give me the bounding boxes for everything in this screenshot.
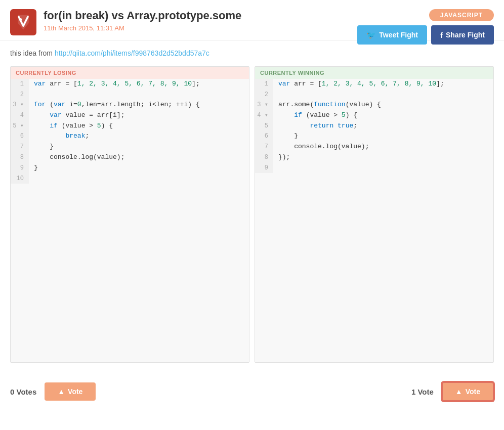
idea-link[interactable]: http://qiita.com/phi/items/f998763d2d52b… (55, 49, 209, 57)
twitter-icon: 🐦 (366, 30, 376, 39)
facebook-icon: f (440, 31, 443, 39)
vote-right: 1 Vote ▲ Vote (252, 382, 494, 401)
tweet-label: Tweet Fight (379, 31, 418, 39)
code-line: 8 }); (255, 152, 493, 163)
code-line: 7 console.log(value); (255, 142, 493, 152)
tweet-button[interactable]: 🐦 Tweet Fight (357, 25, 427, 45)
code-line: 1 var arr = [1, 2, 3, 4, 5, 6, 7, 8, 9, … (11, 79, 249, 90)
panel-losing-header: CURRENTLY LOSING (11, 67, 249, 79)
header-right: JAVASCRIPT 🐦 Tweet Fight f Share Fight (357, 9, 494, 45)
fight-date: 11th March 2015, 11:31 AM (44, 24, 241, 32)
title-block: for(in break) vs Array.prototype.some 11… (44, 9, 241, 32)
code-line: 1 var arr = [1, 2, 3, 4, 5, 6, 7, 8, 9, … (255, 79, 493, 90)
action-buttons: 🐦 Tweet Fight f Share Fight (357, 25, 494, 45)
share-label: Share Fight (446, 31, 485, 39)
panel-losing: CURRENTLY LOSING 1 var arr = [1, 2, 3, 4… (10, 66, 249, 363)
vote-button-right[interactable]: ▲ Vote (442, 382, 494, 401)
code-line: 5 return true; (255, 121, 493, 132)
vote-left: 0 Votes ▲ Vote (10, 382, 252, 401)
code-line: 2 (11, 90, 249, 100)
code-line: 3 ▾ for (var i=0,len=arr.length; i<len; … (11, 100, 249, 110)
code-line: 7 } (11, 142, 249, 152)
vote-button-left[interactable]: ▲ Vote (45, 382, 96, 401)
idea-prefix: this idea from (10, 49, 55, 57)
code-line: 9 (255, 163, 493, 173)
fight-title: for(in break) vs Array.prototype.some (44, 9, 241, 22)
code-line: 5 ▾ if (value > 5) { (11, 121, 249, 132)
panel-winning: CURRENTLY WINNING 1 var arr = [1, 2, 3, … (255, 66, 494, 363)
vote-label-right: Vote (466, 388, 480, 396)
logo (10, 9, 36, 35)
code-line: 4 ▾ if (value > 5) { (255, 110, 493, 121)
vote-up-icon-right: ▲ (455, 388, 463, 396)
vote-up-icon-left: ▲ (58, 388, 65, 396)
code-line: 4 var value = arr[i]; (11, 110, 249, 121)
footer: 0 Votes ▲ Vote 1 Vote ▲ Vote (0, 373, 504, 410)
panels-container: CURRENTLY LOSING 1 var arr = [1, 2, 3, 4… (0, 66, 504, 363)
panel-winning-header: CURRENTLY WINNING (255, 67, 493, 79)
svg-point-1 (19, 18, 22, 21)
code-line: 6 } (255, 131, 493, 142)
code-losing: 1 var arr = [1, 2, 3, 4, 5, 6, 7, 8, 9, … (11, 79, 249, 362)
share-button[interactable]: f Share Fight (431, 25, 494, 45)
vote-count-left: 0 Votes (10, 388, 36, 396)
vote-count-right: 1 Vote (411, 388, 434, 396)
language-badge: JAVASCRIPT (429, 9, 494, 21)
code-line: 10 (11, 174, 249, 184)
header: for(in break) vs Array.prototype.some 11… (0, 0, 504, 41)
code-line: 9 } (11, 163, 249, 174)
vote-label-left: Vote (68, 388, 82, 396)
code-winning: 1 var arr = [1, 2, 3, 4, 5, 6, 7, 8, 9, … (255, 79, 493, 362)
code-line: 8 console.log(value); (11, 152, 249, 163)
code-line: 3 ▾ arr.some(function(value) { (255, 100, 493, 110)
code-line: 6 break; (11, 131, 249, 142)
code-line: 2 (255, 90, 493, 100)
